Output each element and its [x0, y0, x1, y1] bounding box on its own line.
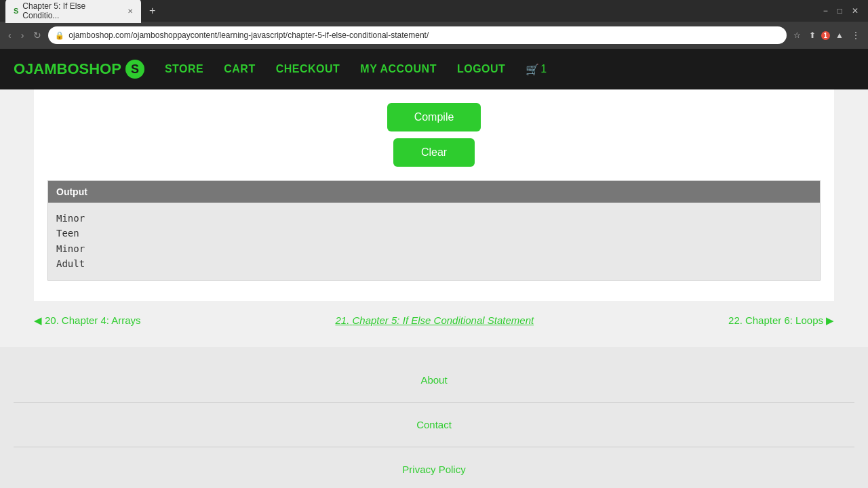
- output-body: Minor Teen Minor Adult: [48, 203, 820, 280]
- footer: About Contact Privacy Policy Refund and …: [0, 347, 868, 488]
- bookmark-button[interactable]: ☆: [791, 29, 804, 41]
- next-arrow-icon: ▶: [826, 314, 834, 327]
- reload-button[interactable]: ↻: [31, 28, 44, 42]
- brand-text: OJAMBOSHOP: [14, 60, 121, 78]
- maximize-button[interactable]: □: [833, 6, 846, 16]
- browser-tab[interactable]: S Chapter 5: If Else Conditio... ✕: [5, 0, 141, 23]
- prev-chapter-label: Chapter 4: Arrays: [62, 314, 141, 326]
- logout-link[interactable]: LOGOUT: [457, 63, 505, 75]
- brand-link[interactable]: OJAMBOSHOP S: [14, 60, 144, 79]
- about-link[interactable]: About: [420, 374, 447, 386]
- forward-button[interactable]: ›: [18, 28, 27, 42]
- tab-favicon: S: [14, 7, 18, 15]
- browser-chrome: S Chapter 5: If Else Conditio... ✕ + − □…: [0, 0, 868, 49]
- compile-button[interactable]: Compile: [387, 103, 481, 131]
- new-tab-button[interactable]: +: [145, 5, 159, 17]
- next-chapter-number: 22.: [728, 314, 743, 326]
- my-account-link[interactable]: MY ACCOUNT: [360, 63, 437, 75]
- output-header: Output: [48, 181, 820, 203]
- lock-icon: 🔒: [55, 31, 64, 40]
- output-line-3: Minor: [56, 241, 812, 256]
- chapter-nav: ◀ 20. Chapter 4: Arrays 21. Chapter 5: I…: [0, 301, 868, 340]
- url-text: ojamboshop.com/ojamboshoppaycontent/lear…: [68, 30, 429, 40]
- current-chapter-number: 21.: [335, 314, 349, 326]
- next-chapter-link[interactable]: 22. Chapter 6: Loops ▶: [728, 314, 834, 327]
- output-container: Output Minor Teen Minor Adult: [47, 180, 821, 281]
- cart-link[interactable]: CART: [224, 63, 255, 75]
- prev-arrow-icon: ◀: [34, 314, 42, 327]
- cart-icon: 🛒: [526, 63, 539, 76]
- close-button[interactable]: ✕: [848, 6, 863, 16]
- current-chapter-label: Chapter 5: If Else Conditional Statement: [353, 314, 534, 326]
- store-link[interactable]: STORE: [165, 63, 203, 75]
- main-content: Compile Clear Output Minor Teen Minor Ad…: [34, 89, 834, 301]
- extensions-button[interactable]: ▲: [833, 29, 846, 41]
- privacy-policy-link[interactable]: Privacy Policy: [402, 464, 465, 475]
- tab-close-button[interactable]: ✕: [127, 7, 133, 15]
- navbar: OJAMBOSHOP S STORE CART CHECKOUT MY ACCO…: [0, 49, 868, 89]
- browser-titlebar: S Chapter 5: If Else Conditio... ✕ + − □…: [0, 0, 868, 22]
- share-button[interactable]: ⬆: [806, 29, 818, 41]
- clear-button[interactable]: Clear: [393, 138, 475, 167]
- footer-divider-2: [14, 447, 854, 447]
- extension-badge: 1: [821, 31, 831, 40]
- next-chapter-label: Chapter 6: Loops: [745, 314, 823, 326]
- output-line-4: Adult: [56, 256, 812, 271]
- brand-s-icon: S: [125, 60, 144, 79]
- cart-count: 1: [540, 63, 547, 75]
- checkout-link[interactable]: CHECKOUT: [276, 63, 340, 75]
- address-bar-row: ‹ › ↻ 🔒 ojamboshop.com/ojamboshoppaycont…: [0, 22, 868, 49]
- minimize-button[interactable]: −: [819, 6, 832, 16]
- address-bar[interactable]: 🔒 ojamboshop.com/ojamboshoppaycontent/le…: [48, 26, 786, 44]
- back-button[interactable]: ‹: [5, 28, 14, 42]
- window-controls: − □ ✕: [819, 6, 863, 16]
- contact-link[interactable]: Contact: [416, 419, 452, 430]
- output-line-1: Minor: [56, 211, 812, 226]
- tab-title: Chapter 5: If Else Conditio...: [22, 1, 123, 20]
- footer-divider-1: [14, 402, 854, 403]
- prev-chapter-number: 20.: [45, 314, 59, 326]
- menu-button[interactable]: ⋮: [849, 29, 863, 41]
- prev-chapter-link[interactable]: ◀ 20. Chapter 4: Arrays: [34, 314, 141, 327]
- current-chapter-link[interactable]: 21. Chapter 5: If Else Conditional State…: [335, 314, 534, 326]
- output-line-2: Teen: [56, 226, 812, 241]
- cart-icon-wrap[interactable]: 🛒 1: [526, 63, 547, 76]
- browser-actions: ☆ ⬆ 1 ▲ ⋮: [791, 29, 863, 41]
